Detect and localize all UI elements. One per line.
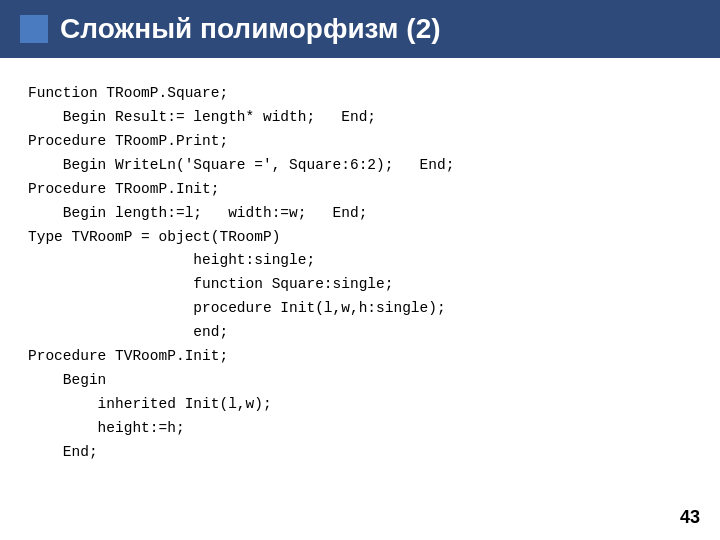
code-block: Function TRoomP.Square; Begin Result:= l…: [28, 82, 692, 465]
slide-content: Function TRoomP.Square; Begin Result:= l…: [0, 58, 720, 485]
slide-title: Сложный полиморфизм (2): [60, 13, 441, 45]
slide-header: Сложный полиморфизм (2): [0, 0, 720, 58]
page-number: 43: [680, 507, 700, 528]
slide-icon: [20, 15, 48, 43]
slide-container: Сложный полиморфизм (2) Function TRoomP.…: [0, 0, 720, 540]
